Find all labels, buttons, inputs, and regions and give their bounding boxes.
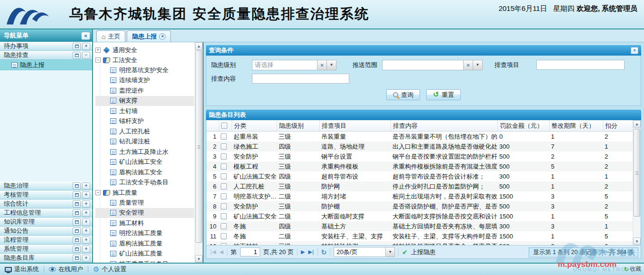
chevron-down-icon[interactable]: ▼: [327, 60, 336, 70]
scroll-up-icon[interactable]: ▲: [195, 42, 203, 50]
sidebar-item[interactable]: 系统管理+: [0, 245, 92, 254]
toggle-button[interactable]: −: [82, 52, 90, 59]
panel-collapse-button[interactable]: «: [631, 47, 638, 54]
search-button[interactable]: 查询: [386, 89, 420, 100]
tree-leaf[interactable]: 盖挖逆作: [95, 85, 194, 96]
tab-hidden-danger-report[interactable]: 隐患上报 ×: [127, 30, 171, 42]
tree-leaf[interactable]: 连续墙支护: [95, 76, 194, 86]
table-row[interactable]: 7明挖基坑支护…二级塌方封堵桩间土出现塌方时，是否及时采取有效措施…150035: [206, 191, 633, 201]
popout-button[interactable]: [73, 228, 81, 235]
sidebar-item[interactable]: 隐患条目库+: [0, 254, 92, 263]
table-row[interactable]: 8安全防护三级防护棚是否搭设防护棚、防护是否严密、是否牢固…50032: [206, 201, 633, 211]
row-checkbox[interactable]: [221, 193, 227, 199]
level-select[interactable]: 请选择 × ▼: [252, 60, 336, 70]
popout-button[interactable]: [73, 209, 81, 217]
scroll-up-icon[interactable]: ▲: [633, 120, 641, 128]
collapse-toggle-icon[interactable]: −: [95, 57, 101, 63]
toggle-button[interactable]: +: [82, 246, 90, 253]
table-row[interactable]: 4模板工程三级承重构件模板承重构件模板拆除前是否有混凝土强度报告；50052: [206, 161, 633, 171]
submit-hidden-danger-button[interactable]: 上报隐患: [411, 248, 436, 256]
toggle-button[interactable]: +: [82, 209, 90, 217]
row-checkbox[interactable]: [221, 163, 227, 170]
sidebar-item[interactable]: 隐患排查−: [0, 51, 92, 60]
table-row[interactable]: 2绿色施工四级道路、场地处理出入口和主要道路及场地是否做硬化处理；…30071: [206, 142, 633, 152]
online-users-button[interactable]: 在线用户: [49, 265, 83, 274]
sidebar-item[interactable]: 通知公告+: [0, 227, 92, 236]
scroll-down-icon[interactable]: ▼: [633, 237, 641, 245]
sidebar-item[interactable]: 流程管理+: [0, 236, 92, 245]
table-row[interactable]: 12施工材料三级材料检验检测材料检验检测项目是否齐全、频率是否足够…50032: [206, 241, 633, 245]
clear-icon[interactable]: ×: [464, 60, 473, 70]
row-checkbox[interactable]: [221, 173, 227, 180]
popout-button[interactable]: [73, 218, 81, 226]
tree-leaf[interactable]: 明挖法施工质量: [95, 228, 194, 239]
tree-leaf[interactable]: 盾构法施工质量: [95, 238, 194, 249]
tree-leaf[interactable]: 钻孔灌注桩: [95, 137, 194, 147]
popout-button[interactable]: [73, 246, 81, 253]
scope-select[interactable]: × ▼: [382, 60, 483, 70]
table-row[interactable]: 5矿山法施工安全四级超前导管布设超前导管布设是否符合设计标准；30011: [206, 171, 633, 181]
toggle-button[interactable]: +: [82, 43, 90, 50]
first-page-button[interactable]: |◀: [210, 249, 216, 255]
table-row[interactable]: 10冬施四级基础土方基础土方回填时是否夹有冻块、每层填土厚…30031: [206, 221, 633, 231]
sidebar-item[interactable]: 综合统计+: [0, 199, 92, 209]
collapse-toggle-icon[interactable]: −: [95, 190, 101, 195]
next-page-button[interactable]: ▶: [301, 249, 305, 255]
table-row[interactable]: 11冬施二级安装柱子、主梁、支撑安装柱子、主梁、支撑等大构件时是否立即…1500…: [206, 231, 633, 241]
toggle-button[interactable]: +: [82, 228, 90, 235]
popout-button[interactable]: [73, 43, 81, 50]
chevron-down-icon[interactable]: ▼: [473, 60, 483, 70]
tree-leaf[interactable]: 质量管理: [95, 198, 194, 208]
popout-button[interactable]: [73, 237, 81, 244]
row-checkbox[interactable]: [221, 203, 227, 209]
popout-button[interactable]: [73, 182, 81, 190]
popout-button[interactable]: [73, 255, 81, 262]
tree-node[interactable]: +通用安全: [95, 45, 194, 55]
tree-leaf[interactable]: 明挖基坑支护安全: [95, 65, 194, 76]
row-checkbox[interactable]: [221, 153, 227, 160]
refresh-icon[interactable]: ↻: [321, 248, 327, 256]
row-checkbox[interactable]: [221, 133, 227, 140]
scroll-down-icon[interactable]: ▼: [195, 255, 203, 263]
expand-toggle-icon[interactable]: +: [95, 47, 101, 53]
row-checkbox[interactable]: [221, 213, 227, 219]
popout-button[interactable]: [73, 200, 81, 208]
table-scrollbar[interactable]: ▲ ▼: [633, 120, 641, 245]
row-checkbox[interactable]: [221, 223, 227, 229]
toggle-button[interactable]: +: [82, 200, 90, 208]
popout-button[interactable]: [73, 52, 81, 59]
toggle-button[interactable]: +: [82, 255, 90, 262]
tree-leaf[interactable]: 施工质量手动条目: [95, 259, 194, 263]
tree-leaf[interactable]: 土方施工及降止水: [95, 147, 194, 157]
table-row[interactable]: 3安全防护三级钢平台设置钢平台是否按要求设置固定的防护栏杆和挡…50022: [206, 152, 633, 161]
logout-button[interactable]: 退出系统: [5, 265, 39, 274]
toggle-button[interactable]: +: [82, 237, 90, 244]
table-row[interactable]: 6人工挖孔桩三级防护网停止作业时孔口是否加盖防护网；50012: [206, 181, 633, 191]
scrollbar-thumb[interactable]: [634, 129, 640, 217]
table-row[interactable]: 9矿山法施工安全二级大断面临时支撑大断面临时支撑拆除是否按交底和设计实施…150…: [206, 211, 633, 221]
select-all-checkbox[interactable]: [221, 123, 227, 129]
tree-leaf[interactable]: 盾构法施工安全: [95, 167, 194, 178]
sidebar-item[interactable]: 隐患治理+: [0, 181, 92, 190]
chevron-down-icon[interactable]: ▼: [386, 247, 395, 257]
toggle-button[interactable]: +: [82, 218, 90, 226]
scrollbar-thumb[interactable]: [196, 50, 202, 243]
tree-leaf[interactable]: 土钉墙: [95, 106, 194, 116]
row-checkbox[interactable]: [221, 233, 227, 239]
page-number-input[interactable]: [240, 247, 260, 256]
tree-leaf[interactable]: 安全管理: [95, 208, 194, 218]
sidebar-collapse-button[interactable]: «: [81, 32, 90, 40]
tab-home[interactable]: ⌂ 主页: [96, 30, 125, 42]
sidebar-item[interactable]: 待办事项+: [0, 42, 92, 51]
toggle-button[interactable]: +: [82, 182, 90, 190]
tree-leaf[interactable]: 工法安全手动条目: [95, 178, 194, 188]
project-input[interactable]: [536, 60, 625, 70]
tree-scrollbar[interactable]: ▲ ▼: [195, 42, 203, 263]
tree-node[interactable]: −工法安全: [95, 55, 194, 65]
sidebar-item[interactable]: 工程信息管理+: [0, 209, 92, 218]
tree-leaf[interactable]: 钢支撑: [95, 96, 194, 106]
tree-node[interactable]: −施工质量: [95, 188, 194, 198]
reset-button[interactable]: ↺ 重置: [426, 89, 461, 100]
tree-leaf[interactable]: 锚杆支护: [95, 116, 194, 127]
toggle-button[interactable]: +: [82, 191, 90, 199]
